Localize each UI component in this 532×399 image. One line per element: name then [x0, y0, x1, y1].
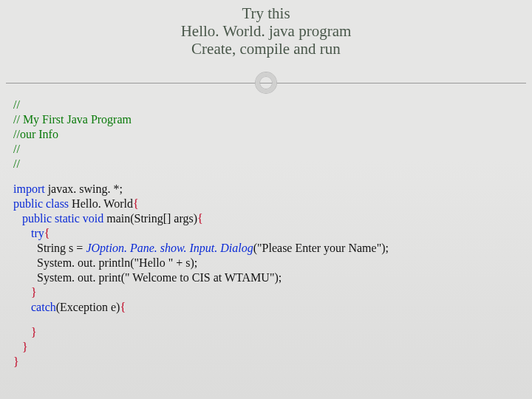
code-block: // // My First Java Program //our Info /…	[13, 98, 519, 369]
keyword-main-sig: public static void	[13, 212, 106, 225]
catch-args: (Exception e)	[56, 301, 120, 313]
keyword-catch: catch	[13, 301, 56, 313]
title-line-2: Hello. World. java program	[0, 22, 532, 40]
title-line-1: Try this	[0, 4, 532, 22]
brace: {	[197, 212, 203, 225]
import-target: javax. swing. *;	[48, 183, 123, 195]
keyword-public-class: public class	[13, 197, 72, 210]
keyword-try: try	[13, 227, 44, 239]
brace: {	[120, 301, 126, 313]
main-args: main(String[] args)	[106, 212, 197, 225]
divider	[0, 72, 532, 95]
comment-line: //	[13, 98, 20, 111]
comment-line: //	[13, 143, 20, 155]
slide-title: Try this Hello. World. java program Crea…	[0, 0, 532, 58]
stmt-string-arg: ("Please Enter your Name");	[253, 242, 389, 254]
brace: }	[13, 326, 37, 338]
keyword-import: import	[13, 183, 48, 195]
stmt-println: System. out. println("Hello " + s);	[13, 256, 197, 269]
blank-line	[13, 315, 519, 325]
brace: }	[13, 341, 28, 353]
stmt-string-decl: String s =	[13, 242, 86, 254]
divider-circle-icon	[256, 72, 276, 93]
brace: }	[13, 286, 37, 299]
comment-line: // My First Java Program	[13, 113, 132, 126]
comment-line: //	[13, 157, 20, 170]
api-call: JOption. Pane. show. Input. Dialog	[86, 242, 253, 254]
stmt-print: System. out. print(" Welcome to CIS at W…	[13, 271, 282, 284]
brace: {	[133, 197, 139, 210]
brace: {	[44, 227, 50, 239]
class-name: Hello. World	[72, 197, 133, 210]
comment-line: //our Info	[13, 128, 58, 140]
blank-line	[13, 171, 519, 182]
slide: Try this Hello. World. java program Crea…	[0, 0, 532, 399]
title-line-3: Create, compile and run	[0, 40, 532, 58]
brace: }	[13, 355, 19, 368]
